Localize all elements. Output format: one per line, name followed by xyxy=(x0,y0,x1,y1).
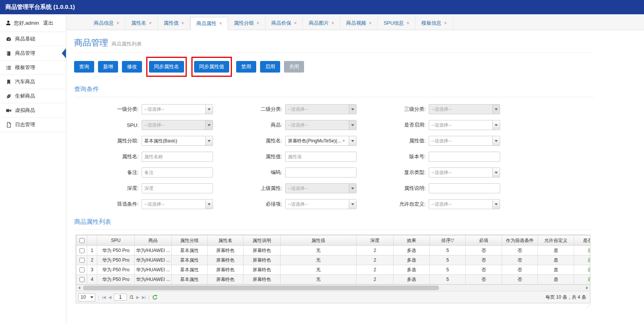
tab-template-info[interactable]: 模板信息× xyxy=(416,17,453,30)
scrollbar-track[interactable] xyxy=(82,285,584,291)
tab-goods-attr[interactable]: 商品属性× xyxy=(190,17,228,30)
last-page-icon[interactable]: ▶| xyxy=(142,295,145,300)
refresh-icon[interactable] xyxy=(152,294,158,300)
close-button[interactable]: 关闭 xyxy=(284,61,304,73)
select-all-checkbox[interactable] xyxy=(79,238,85,243)
tab-price-guard[interactable]: 商品价保× xyxy=(265,17,303,30)
required-select[interactable]: --请选择-- xyxy=(285,199,357,209)
tab-close-icon[interactable]: × xyxy=(331,20,334,26)
tab-attr-value[interactable]: 属性值× xyxy=(158,17,190,30)
attr-name-text-input[interactable] xyxy=(142,152,213,162)
chevron-down-icon[interactable] xyxy=(205,200,213,209)
grid-column-header[interactable]: SPU xyxy=(97,235,135,246)
tab-close-icon[interactable]: × xyxy=(149,20,152,26)
chevron-down-icon[interactable] xyxy=(492,200,500,209)
chevron-down-icon[interactable] xyxy=(349,136,356,145)
tab-attr-name[interactable]: 属性名× xyxy=(125,17,158,30)
display-type-select[interactable]: --请选择-- xyxy=(429,167,500,178)
attr-group-select[interactable]: 基本属性(Basic) xyxy=(142,136,213,146)
grid-column-header[interactable]: 属性名 xyxy=(208,235,243,246)
logout-link[interactable]: 退出 xyxy=(43,20,53,27)
attr-desc-input[interactable] xyxy=(429,183,500,193)
scroll-right-icon[interactable] xyxy=(584,285,590,291)
tab-spu-info[interactable]: SPU信息× xyxy=(378,17,416,30)
tab-close-icon[interactable]: × xyxy=(444,20,447,26)
grid-column-header[interactable]: 属性分组 xyxy=(172,235,208,246)
tab-close-icon[interactable]: × xyxy=(219,21,222,26)
tab-close-icon[interactable]: × xyxy=(294,20,297,26)
disable-button[interactable]: 禁用 xyxy=(236,61,256,73)
scroll-left-icon[interactable] xyxy=(76,285,82,291)
tab-close-icon[interactable]: × xyxy=(369,20,372,26)
tab-close-icon[interactable]: × xyxy=(257,20,259,26)
filter-cond-select[interactable]: --请选择-- xyxy=(142,199,213,209)
grid-column-header[interactable]: 允许自定义 xyxy=(538,235,574,246)
table-row[interactable]: 4华为 P50 Pro华为/HUAWEI ...基本属性屏幕特色屏幕特色无2多选… xyxy=(76,275,590,284)
first-page-icon[interactable]: |◀ xyxy=(102,295,105,300)
table-row[interactable]: 1华为 P50 Pro华为/HUAWEI ...基本属性屏幕特色屏幕特色无2多选… xyxy=(76,246,590,255)
enable-button[interactable]: 启用 xyxy=(260,61,280,73)
sidebar-item-goods-manage[interactable]: 商品管理 xyxy=(0,46,66,61)
grid-column-header[interactable]: 是否启用 xyxy=(574,235,590,246)
sidebar-item-car-goods[interactable]: 汽车商品 xyxy=(0,75,66,89)
tab-goods-video[interactable]: 商品视频× xyxy=(340,17,378,30)
tab-close-icon[interactable]: × xyxy=(407,20,409,26)
grid-column-header[interactable]: 排序▽ xyxy=(430,235,466,246)
chevron-down-icon[interactable] xyxy=(492,120,500,130)
sidebar-item-log-manage[interactable]: 日志管理 xyxy=(0,118,66,132)
sidebar-item-fresh-goods[interactable]: 生鲜商品 xyxy=(0,89,66,103)
sync-attr-name-button[interactable]: 同步属性名 xyxy=(149,61,184,73)
page-size-select[interactable]: 10 xyxy=(78,293,95,301)
table-row[interactable]: 2华为 P50 Pro华为/HUAWEI ...基本属性屏幕特色屏幕特色无2多选… xyxy=(76,255,590,265)
tag-remove-icon[interactable]: × xyxy=(342,138,345,144)
chevron-down-icon xyxy=(349,184,356,193)
page-number-input[interactable] xyxy=(114,294,127,301)
allow-custom-select[interactable]: --请选择-- xyxy=(429,199,500,209)
chevron-down-icon[interactable] xyxy=(205,136,213,145)
remark-input[interactable] xyxy=(142,167,213,178)
grid-column-header[interactable]: 属性值 xyxy=(281,235,357,246)
edit-button[interactable]: 修改 xyxy=(122,61,142,73)
row-checkbox[interactable] xyxy=(79,277,85,282)
sidebar-item-virtual-goods[interactable]: 虚拟商品 xyxy=(0,103,66,118)
row-checkbox[interactable] xyxy=(79,248,85,253)
grid-column-header[interactable]: 效果 xyxy=(394,235,430,246)
attr-value-combo-select[interactable]: --请选择-- xyxy=(429,136,500,146)
tab-attr-group[interactable]: 属性分组× xyxy=(228,17,265,30)
grid-column-header[interactable]: 作为筛选条件 xyxy=(502,235,538,246)
grid-column-header[interactable]: 商品 xyxy=(135,235,172,246)
tab-goods-image[interactable]: 商品图片× xyxy=(303,17,340,30)
grid-column-header[interactable]: 属性说明 xyxy=(243,235,281,246)
grid-column-header[interactable]: 深度 xyxy=(357,235,394,246)
attr-name-combo-select[interactable]: 屏幕特色(PingMuTeSe)(...× xyxy=(285,136,357,146)
row-checkbox[interactable] xyxy=(79,258,85,263)
sidebar-item-goods-base[interactable]: 商品基础 xyxy=(0,32,66,46)
scrollbar-thumb[interactable] xyxy=(83,286,439,290)
prev-page-icon[interactable]: ◀ xyxy=(108,295,111,300)
tab-close-icon[interactable]: × xyxy=(117,20,119,26)
is-enabled-select[interactable]: --请选择-- xyxy=(429,120,500,130)
depth-input[interactable] xyxy=(142,183,213,193)
version-input[interactable] xyxy=(429,152,500,162)
sync-attr-value-button[interactable]: 同步属性值 xyxy=(194,61,229,73)
tab-goods-info[interactable]: 商品信息× xyxy=(88,17,125,30)
add-button[interactable]: 新增 xyxy=(98,61,118,73)
next-page-icon[interactable]: ▶ xyxy=(136,295,139,300)
level1-category-select[interactable]: --请选择-- xyxy=(142,104,213,114)
chevron-down-icon[interactable] xyxy=(205,105,213,114)
grid-cell: 2 xyxy=(357,265,394,275)
horizontal-scrollbar[interactable] xyxy=(76,284,590,291)
query-button[interactable]: 查询 xyxy=(74,61,94,73)
row-checkbox[interactable] xyxy=(79,267,85,272)
tab-close-icon[interactable]: × xyxy=(181,20,184,26)
chevron-down-icon[interactable] xyxy=(492,136,500,145)
grid-column-header[interactable]: 必填 xyxy=(466,235,502,246)
code-input[interactable] xyxy=(285,167,357,178)
attr-value-text-input[interactable] xyxy=(285,152,357,162)
table-row[interactable]: 3华为 P50 Pro华为/HUAWEI ...基本属性屏幕特色屏幕特色无2多选… xyxy=(76,265,590,275)
chevron-down-icon xyxy=(349,105,356,114)
chevron-down-icon[interactable] xyxy=(349,200,356,209)
sidebar-item-template-manage[interactable]: 模板管理 xyxy=(0,61,66,75)
chevron-down-icon[interactable] xyxy=(492,168,500,177)
resize-grip[interactable]: ⋰ xyxy=(587,304,591,309)
